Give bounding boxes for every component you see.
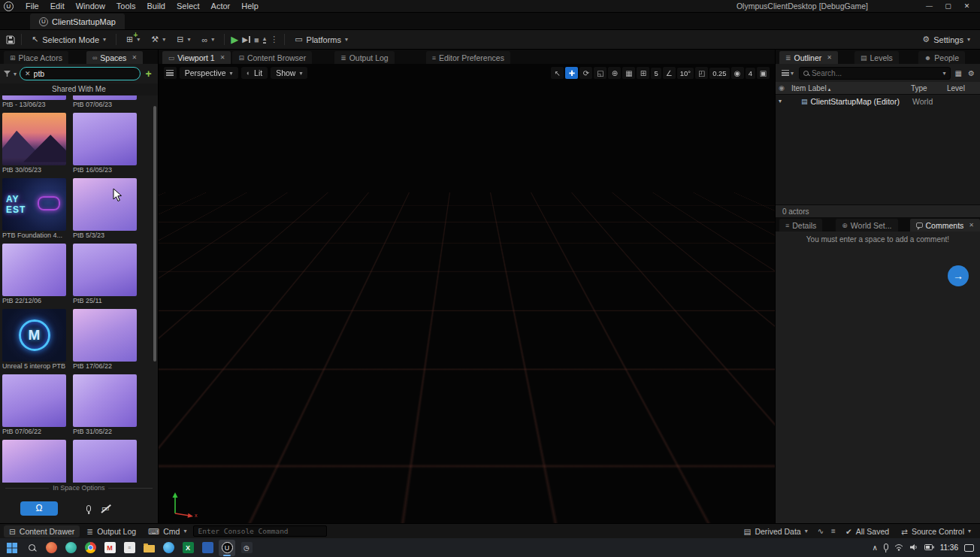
- maximize-button[interactable]: ▢: [939, 0, 957, 12]
- space-item[interactable]: AYEST PTB Foundation 4...: [2, 178, 66, 240]
- spaces-search-box[interactable]: ✕: [20, 67, 141, 80]
- space-item[interactable]: [73, 440, 137, 483]
- tab-editor-preferences[interactable]: ≡ Editor Preferences: [426, 51, 510, 64]
- outliner-search-input[interactable]: [812, 69, 940, 77]
- play-options-kebab-icon[interactable]: ⋮: [270, 35, 278, 44]
- space-thumbnail[interactable]: [2, 374, 66, 427]
- scrollbar-thumb[interactable]: [153, 106, 156, 362]
- space-thumbnail[interactable]: [73, 95, 137, 100]
- show-dropdown[interactable]: Show ▾: [271, 67, 307, 79]
- tab-comments[interactable]: Comments ✕: [910, 219, 980, 232]
- taskbar-app-teal[interactable]: [62, 540, 79, 556]
- blueprints-dropdown[interactable]: ⚒ ▾: [147, 33, 169, 46]
- skip-frame-button[interactable]: ▶: [242, 35, 250, 44]
- cmd-dropdown[interactable]: ⌨ Cmd ▾: [143, 525, 192, 537]
- taskbar-search-icon[interactable]: [23, 540, 40, 556]
- menu-file[interactable]: File: [20, 0, 44, 12]
- tab-details[interactable]: ≡ Details: [779, 219, 822, 232]
- viewport-canvas[interactable]: Perspective ▾ ◐ Lit Show ▾ ↖ ✚ ⟳: [159, 64, 775, 523]
- cinematics-dropdown[interactable]: ⊟ ▾: [173, 33, 194, 46]
- tab-clientstartupmap[interactable]: U ClientStartupMap: [30, 14, 125, 29]
- stack-icon[interactable]: ≡: [828, 527, 839, 535]
- rotation-snap-icon[interactable]: ∠: [663, 67, 676, 79]
- surface-snap-icon[interactable]: ▦: [622, 67, 635, 79]
- camera-speed-value[interactable]: 4: [746, 68, 755, 79]
- taskbar-clock-app-icon[interactable]: ◷: [238, 540, 255, 556]
- space-thumbnail[interactable]: [73, 309, 137, 362]
- console-command-input[interactable]: [193, 525, 327, 537]
- menu-edit[interactable]: Edit: [45, 0, 70, 12]
- visibility-column-icon[interactable]: ◉: [779, 84, 791, 92]
- taskbar-folder-icon[interactable]: [141, 540, 157, 556]
- rotation-snap-value[interactable]: 10°: [677, 68, 694, 79]
- taskbar-mail-icon[interactable]: M: [101, 540, 118, 556]
- submit-comment-button[interactable]: →: [948, 265, 969, 286]
- menu-window[interactable]: Window: [71, 0, 110, 12]
- tab-outliner[interactable]: ≣ Outliner ✕: [779, 51, 838, 64]
- close-button[interactable]: ✕: [957, 0, 976, 12]
- close-icon[interactable]: ✕: [969, 222, 974, 229]
- tab-spaces[interactable]: ∞ Spaces ✕: [86, 51, 143, 64]
- taskbar-excel-icon[interactable]: X: [180, 540, 196, 556]
- select-tool-icon[interactable]: ↖: [551, 67, 564, 79]
- grid-snap-value[interactable]: 5: [651, 68, 661, 79]
- tab-place-actors[interactable]: ⊞ Place Actors: [4, 51, 68, 64]
- menu-build[interactable]: Build: [142, 0, 171, 12]
- space-item[interactable]: PtB 30/05/23: [2, 113, 66, 174]
- clear-search-icon[interactable]: ✕: [25, 70, 31, 77]
- play-button[interactable]: ▶: [231, 34, 238, 45]
- menu-help[interactable]: Help: [236, 0, 264, 12]
- column-type[interactable]: Type: [911, 84, 947, 92]
- column-item-label[interactable]: Item Label▴: [791, 84, 911, 92]
- taskbar-clock[interactable]: 11:36: [940, 543, 958, 552]
- grid-snap-icon[interactable]: ⊞: [637, 67, 649, 79]
- taskbar-app-orange[interactable]: [43, 540, 59, 556]
- start-button[interactable]: [4, 540, 20, 556]
- scale-snap-value[interactable]: 0.25: [709, 68, 730, 79]
- all-saved-button[interactable]: ✔ All Saved: [840, 525, 894, 537]
- space-thumbnail[interactable]: [2, 440, 66, 483]
- chevron-down-icon[interactable]: ▾: [14, 71, 17, 77]
- menu-tools[interactable]: Tools: [111, 0, 141, 12]
- taskbar-app-navy[interactable]: [199, 540, 216, 556]
- space-item[interactable]: PtB 5/3/23: [73, 178, 137, 240]
- tray-battery-icon[interactable]: [924, 543, 934, 552]
- space-item[interactable]: PtB 07/06/23: [73, 95, 137, 109]
- add-space-button[interactable]: +: [144, 68, 154, 80]
- perspective-dropdown[interactable]: Perspective ▾: [180, 67, 238, 79]
- space-thumbnail[interactable]: AYEST: [2, 178, 66, 231]
- rotate-tool-icon[interactable]: ⟳: [579, 67, 592, 79]
- space-item[interactable]: M Unreal 5 interop PTB: [2, 309, 66, 371]
- lit-dropdown[interactable]: ◐ Lit: [241, 67, 268, 79]
- outliner-settings-icon[interactable]: ⚙: [966, 69, 976, 77]
- tab-output-log[interactable]: ≣ Output Log: [334, 51, 395, 64]
- settings-dropdown[interactable]: ⚙ Settings ▾: [918, 33, 974, 46]
- space-item[interactable]: PtB 17/06/22: [73, 309, 137, 371]
- unreal-logo-icon[interactable]: U: [4, 2, 14, 11]
- taskbar-notes-icon[interactable]: ≡: [121, 540, 138, 556]
- selection-mode-dropdown[interactable]: ↖ Selection Mode ▾: [28, 33, 110, 46]
- content-drawer-button[interactable]: ⊟ Content Drawer: [4, 525, 80, 537]
- camera-off-icon[interactable]: ▭: [101, 504, 109, 513]
- derived-data-dropdown[interactable]: ▤ Derived Data ▾: [739, 525, 813, 537]
- tab-people[interactable]: ☻ People: [918, 51, 965, 64]
- space-item[interactable]: PtB 16/05/23: [73, 113, 137, 174]
- tray-network-icon[interactable]: [894, 543, 903, 552]
- close-icon[interactable]: ✕: [827, 54, 832, 61]
- taskbar-unreal-icon[interactable]: U: [219, 540, 235, 556]
- save-icon[interactable]: [6, 35, 15, 44]
- platforms-dropdown[interactable]: ▭ Platforms ▾: [291, 33, 352, 46]
- sequencer-link-dropdown[interactable]: ∞ ▾: [198, 34, 218, 46]
- tab-viewport-1[interactable]: ▭ Viewport 1 ✕: [162, 51, 231, 64]
- scale-tool-icon[interactable]: ◱: [594, 67, 606, 79]
- space-thumbnail[interactable]: [73, 178, 137, 231]
- outliner-view-options-icon[interactable]: ▦: [954, 69, 963, 77]
- maximize-viewport-icon[interactable]: ▣: [757, 67, 770, 79]
- space-item[interactable]: PtB 25/11: [73, 244, 137, 305]
- space-thumbnail[interactable]: [2, 95, 66, 100]
- chevron-down-icon[interactable]: ▾: [943, 70, 946, 77]
- source-control-button[interactable]: ⇄ Source Control ▾: [896, 525, 976, 537]
- space-item[interactable]: PtB 31/05/22: [73, 374, 137, 436]
- scale-snap-icon[interactable]: ◰: [695, 67, 708, 79]
- menu-actor[interactable]: Actor: [206, 0, 236, 12]
